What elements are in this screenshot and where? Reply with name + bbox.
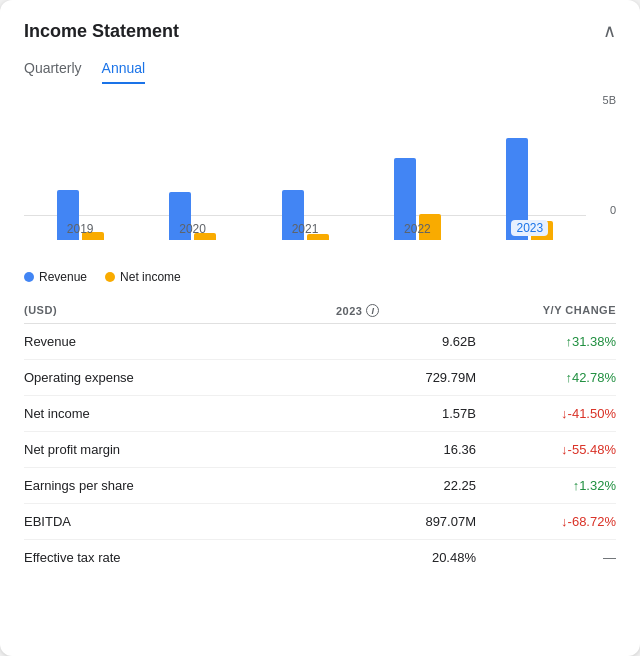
row-change: ↑42.78% <box>476 370 616 385</box>
tab-quarterly[interactable]: Quarterly <box>24 54 82 84</box>
row-value: 22.25 <box>336 478 476 493</box>
revenue-dot <box>24 272 34 282</box>
row-value: 1.57B <box>336 406 476 421</box>
row-change: ↓-68.72% <box>476 514 616 529</box>
row-value: 9.62B <box>336 334 476 349</box>
tabs-container: Quarterly Annual <box>24 54 616 84</box>
table-row: Revenue9.62B↑31.38% <box>24 324 616 360</box>
row-change: ↑31.38% <box>476 334 616 349</box>
year-axis-label[interactable]: 2022 <box>404 222 431 236</box>
col-label: (USD) <box>24 304 336 317</box>
card-header: Income Statement ∧ <box>24 20 616 42</box>
row-value: 729.79M <box>336 370 476 385</box>
row-change: ↓-55.48% <box>476 442 616 457</box>
tab-annual[interactable]: Annual <box>102 54 146 84</box>
card-title: Income Statement <box>24 21 179 42</box>
chart-year-group[interactable]: 2021 <box>249 94 361 240</box>
year-axis-label[interactable]: 2019 <box>67 222 94 236</box>
row-label: Revenue <box>24 334 336 349</box>
table-header: (USD) 2023 i Y/Y CHANGE <box>24 298 616 324</box>
netincome-dot <box>105 272 115 282</box>
table-row: Earnings per share22.25↑1.32% <box>24 468 616 504</box>
table-row: Net profit margin16.36↓-55.48% <box>24 432 616 468</box>
chart-label-0: 0 <box>610 204 616 216</box>
collapse-icon[interactable]: ∧ <box>603 20 616 42</box>
chart-label-5b: 5B <box>603 94 616 106</box>
table-body: Revenue9.62B↑31.38%Operating expense729.… <box>24 324 616 575</box>
table-row: Operating expense729.79M↑42.78% <box>24 360 616 396</box>
table-row: EBITDA897.07M↓-68.72% <box>24 504 616 540</box>
chart-year-group[interactable]: 2019 <box>24 94 136 240</box>
row-label: Earnings per share <box>24 478 336 493</box>
row-label: Operating expense <box>24 370 336 385</box>
legend-revenue-label: Revenue <box>39 270 87 284</box>
row-value: 16.36 <box>336 442 476 457</box>
legend-netincome-label: Net income <box>120 270 181 284</box>
row-label: EBITDA <box>24 514 336 529</box>
col-change: Y/Y CHANGE <box>476 304 616 317</box>
chart-year-group[interactable]: 2022 <box>361 94 473 240</box>
chart-year-group[interactable]: 2020 <box>136 94 248 240</box>
col-year: 2023 i <box>336 304 476 317</box>
chart-container: 5B 0 20192020202120222023 <box>24 94 616 264</box>
row-label: Net income <box>24 406 336 421</box>
row-change: ↓-41.50% <box>476 406 616 421</box>
table-container: (USD) 2023 i Y/Y CHANGE Revenue9.62B↑31.… <box>24 298 616 575</box>
table-row: Effective tax rate20.48%— <box>24 540 616 575</box>
row-value: 20.48% <box>336 550 476 565</box>
year-axis-label[interactable]: 2023 <box>511 220 548 236</box>
year-axis-label[interactable]: 2021 <box>292 222 319 236</box>
legend-netincome: Net income <box>105 270 181 284</box>
row-label: Net profit margin <box>24 442 336 457</box>
legend-revenue: Revenue <box>24 270 87 284</box>
chart-year-group[interactable]: 2023 <box>474 94 586 240</box>
row-change: — <box>476 550 616 565</box>
income-statement-card: Income Statement ∧ Quarterly Annual 5B 0… <box>0 0 640 656</box>
chart-inner: 5B 0 20192020202120222023 <box>24 94 616 240</box>
table-row: Net income1.57B↓-41.50% <box>24 396 616 432</box>
row-change: ↑1.32% <box>476 478 616 493</box>
row-label: Effective tax rate <box>24 550 336 565</box>
legend: Revenue Net income <box>24 270 616 284</box>
info-icon[interactable]: i <box>366 304 379 317</box>
year-axis-label[interactable]: 2020 <box>179 222 206 236</box>
row-value: 897.07M <box>336 514 476 529</box>
